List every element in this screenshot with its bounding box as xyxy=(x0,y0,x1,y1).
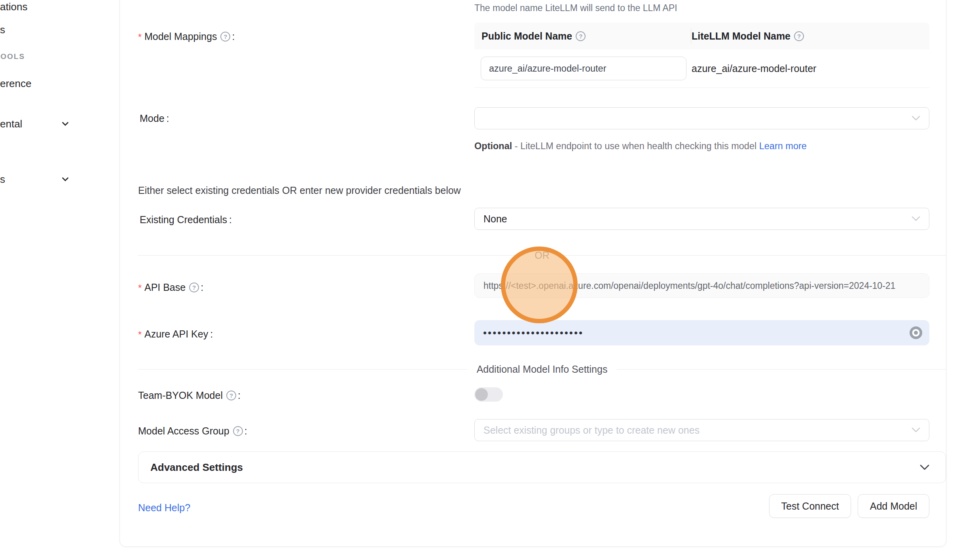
required-mark: * xyxy=(138,32,142,43)
litellm-model-name-value: azure_ai/azure-model-router xyxy=(692,63,929,74)
api-base-input[interactable]: https://<test>.openai.azure.com/openai/d… xyxy=(474,273,929,298)
table-row: azure_ai/azure-model-router xyxy=(474,49,929,87)
sidebar-item-experimental[interactable]: ental xyxy=(0,118,22,130)
help-icon[interactable]: ? xyxy=(220,32,230,42)
sidebar-item[interactable]: s xyxy=(0,24,5,36)
column-header-litellm-model-name: LiteLLM Model Name xyxy=(692,30,790,42)
sidebar-section-tools: TOOLS xyxy=(0,52,25,61)
table-header-row: Public Model Name ? LiteLLM Model Name ? xyxy=(474,23,929,49)
advanced-settings-panel[interactable]: Advanced Settings xyxy=(138,451,946,483)
team-byok-label: Team-BYOK Model ? : xyxy=(138,390,241,401)
team-byok-toggle[interactable] xyxy=(474,387,503,402)
required-mark: * xyxy=(138,283,142,294)
model-access-group-select[interactable]: Select existing groups or type to create… xyxy=(474,419,929,441)
credentials-note: Either select existing credentials OR en… xyxy=(138,185,461,196)
help-icon[interactable]: ? xyxy=(233,426,243,436)
mode-select[interactable] xyxy=(474,107,929,129)
additional-settings-divider-text: Additional Model Info Settings xyxy=(467,364,617,375)
azure-api-key-input[interactable]: ••••••••••••••••••••• xyxy=(474,320,929,345)
eye-icon[interactable] xyxy=(909,326,923,340)
chevron-down-icon xyxy=(919,464,930,470)
sidebar-item-inference[interactable]: erence xyxy=(0,78,32,90)
or-divider-text: OR xyxy=(524,250,560,261)
chevron-down-icon xyxy=(912,427,920,433)
api-base-label: * API Base ? : xyxy=(138,281,203,294)
existing-credentials-value: None xyxy=(483,213,507,225)
model-mappings-table: Public Model Name ? LiteLLM Model Name ?… xyxy=(474,23,929,88)
add-model-form-card: The model name LiteLLM will send to the … xyxy=(119,0,946,547)
public-model-name-input[interactable] xyxy=(481,57,686,80)
existing-credentials-label: Existing Credentials: xyxy=(140,214,232,226)
help-icon[interactable]: ? xyxy=(794,31,804,41)
mode-hint: Optional - LiteLLM endpoint to use when … xyxy=(474,138,811,154)
chevron-down-icon xyxy=(912,116,920,121)
additional-settings-divider: Additional Model Info Settings xyxy=(138,364,946,375)
toggle-knob xyxy=(475,388,488,401)
api-base-value: https://<test>.openai.azure.com/openai/d… xyxy=(483,281,895,291)
advanced-settings-title: Advanced Settings xyxy=(150,461,919,474)
help-icon[interactable]: ? xyxy=(576,31,586,41)
azure-api-key-masked-value: ••••••••••••••••••••• xyxy=(483,327,584,339)
or-divider: OR xyxy=(138,250,946,261)
learn-more-link[interactable]: Learn more xyxy=(759,141,807,151)
chevron-down-icon[interactable] xyxy=(60,119,70,129)
test-connect-button[interactable]: Test Connect xyxy=(769,494,851,518)
help-icon[interactable]: ? xyxy=(226,391,236,400)
required-mark: * xyxy=(138,330,142,340)
azure-api-key-label: * Azure API Key : xyxy=(138,328,213,340)
mode-label: Mode: xyxy=(140,113,169,124)
existing-credentials-select[interactable]: None xyxy=(474,208,929,230)
column-divider xyxy=(691,28,691,44)
chevron-down-icon xyxy=(912,216,920,222)
need-help-link[interactable]: Need Help? xyxy=(138,502,190,514)
help-icon[interactable]: ? xyxy=(189,283,199,292)
sidebar-item[interactable]: s xyxy=(0,173,5,186)
column-header-public-model-name: Public Model Name xyxy=(481,30,572,42)
sidebar-item-organizations[interactable]: ations xyxy=(0,1,27,13)
model-name-hint: The model name LiteLLM will send to the … xyxy=(474,3,677,13)
chevron-down-icon[interactable] xyxy=(60,174,70,184)
add-model-button[interactable]: Add Model xyxy=(858,494,929,518)
sidebar: ations s TOOLS erence ental s xyxy=(0,0,119,548)
model-access-group-label: Model Access Group ? : xyxy=(138,425,247,437)
model-access-group-placeholder: Select existing groups or type to create… xyxy=(483,425,699,436)
model-mappings-label: * Model Mappings ? : xyxy=(138,30,235,43)
